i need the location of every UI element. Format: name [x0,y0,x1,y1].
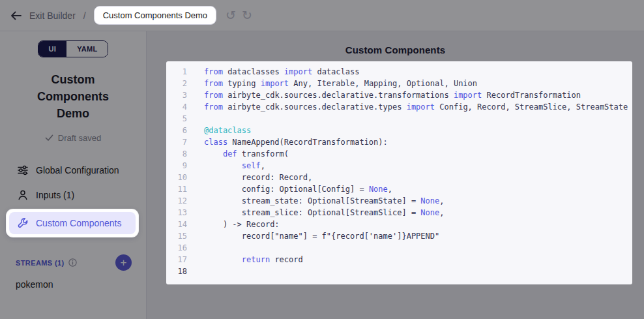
sliders-icon [17,164,29,176]
code-line[interactable]: 14 ) -> Record: [166,219,632,230]
plus-icon: + [121,257,127,268]
project-title-input[interactable]: Custom Components Demo [94,6,216,25]
page-body: UI YAML Custom Components Demo Draft sav… [0,31,644,319]
line-number: 1 [166,67,187,76]
code-line[interactable]: 3from airbyte_cdk.sources.declarative.tr… [166,89,632,101]
wrench-icon [17,217,29,229]
code-line[interactable]: 8 def transform( [166,148,632,160]
code-line[interactable]: 2from typing import Any, Iterable, Mappi… [166,78,632,89]
line-number: 2 [166,79,187,88]
code-text: from typing import Any, Iterable, Mappin… [187,79,477,88]
sidebar-nav: Global Configuration Inputs (1) [0,158,146,290]
topbar: Exit Builder / Custom Components Demo ↺ … [0,0,644,31]
streams-header: STREAMS (1) [16,259,65,267]
code-line[interactable]: 6@dataclass [166,125,632,136]
line-number: 5 [166,114,187,123]
code-text: from airbyte_cdk.sources.declarative.tra… [187,91,581,100]
check-icon [45,134,53,142]
line-number: 8 [166,149,187,159]
code-line[interactable]: 7class NameAppend(RecordTransformation): [166,136,632,148]
code-line[interactable]: 9 self, [166,160,632,172]
save-status: Draft saved [0,133,146,143]
line-number: 13 [166,208,187,217]
back-button[interactable] [10,11,22,20]
add-stream-button[interactable]: + [115,254,132,271]
line-number: 17 [166,255,187,264]
line-number: 10 [166,173,187,182]
info-icon[interactable] [68,258,77,267]
history-controls: ↺ ↻ [226,9,252,22]
code-text: record["name"] = f"{record['name']}APPEN… [187,232,439,241]
line-number: 4 [166,102,187,112]
sidebar-item-custom-components[interactable]: Custom Components [9,212,136,234]
code-text: ) -> Record: [187,220,280,229]
code-line[interactable]: 5 [166,113,632,125]
code-line[interactable]: 16 [166,242,632,254]
sidebar-item-label: Inputs (1) [36,190,74,200]
code-text: def transform( [187,149,289,159]
line-number: 7 [166,138,187,147]
code-line[interactable]: 12 stream_state: Optional[StreamState] =… [166,195,632,207]
code-line[interactable]: 17 return record [166,254,632,266]
code-text: @dataclass [187,126,251,135]
page-title: Custom Components [147,44,644,55]
line-number: 12 [166,196,187,205]
sidebar-item-global-configuration[interactable]: Global Configuration [0,158,146,183]
stream-list: pokemon [0,271,146,290]
code-text: return record [187,255,303,264]
save-status-label: Draft saved [58,133,101,143]
toggle-yaml[interactable]: YAML [66,41,108,57]
toggle-ui[interactable]: UI [38,41,67,57]
code-text: record: Record, [187,173,312,182]
stream-item[interactable]: pokemon [0,271,146,290]
code-editor[interactable]: 1from dataclasses import dataclass2from … [166,61,632,284]
sidebar: UI YAML Custom Components Demo Draft sav… [0,31,147,319]
undo-icon[interactable]: ↺ [226,9,236,22]
sidebar-item-inputs[interactable]: Inputs (1) [0,183,146,207]
sidebar-item-label: Custom Components [36,218,122,228]
code-text: from dataclasses import dataclass [187,67,359,76]
line-number: 9 [166,161,187,170]
code-text: stream_state: Optional[StreamState] = No… [187,196,444,205]
main-content: Custom Components 1from dataclasses impo… [147,31,644,319]
code-line[interactable]: 11 config: Optional[Config] = None, [166,183,632,195]
code-text: config: Optional[Config] = None, [187,185,392,194]
code-text: self, [187,161,265,170]
code-line[interactable]: 10 record: Record, [166,172,632,183]
line-number: 3 [166,91,187,100]
code-line[interactable]: 18 [166,266,632,277]
line-number: 14 [166,220,187,229]
exit-builder-link[interactable]: Exit Builder [29,10,76,21]
sidebar-project-title: Custom Components Demo [22,71,124,122]
sidebar-item-label: Global Configuration [36,165,119,175]
streams-header-row: STREAMS (1) + [0,254,146,271]
line-number: 15 [166,232,187,241]
code-line[interactable]: 1from dataclasses import dataclass [166,66,632,78]
code-line[interactable]: 13 stream_slice: Optional[StreamSlice] =… [166,207,632,219]
ui-yaml-toggle: UI YAML [38,40,109,57]
custom-components-spotlight: Custom Components [7,209,138,237]
code-text: stream_slice: Optional[StreamSlice] = No… [187,208,444,217]
line-number: 11 [166,185,187,194]
code-text: class NameAppend(RecordTransformation): [187,138,388,147]
redo-icon[interactable]: ↻ [242,9,252,22]
line-number: 6 [166,126,187,135]
code-text: from airbyte_cdk.sources.declarative.typ… [187,102,628,112]
line-number: 18 [166,267,187,276]
line-number: 16 [166,243,187,252]
breadcrumb-separator: / [83,10,86,21]
code-lines: 1from dataclasses import dataclass2from … [166,66,632,277]
code-line[interactable]: 15 record["name"] = f"{record['name']}AP… [166,230,632,242]
user-icon [17,189,29,201]
back-arrow-icon [10,11,22,20]
code-line[interactable]: 4from airbyte_cdk.sources.declarative.ty… [166,101,632,113]
